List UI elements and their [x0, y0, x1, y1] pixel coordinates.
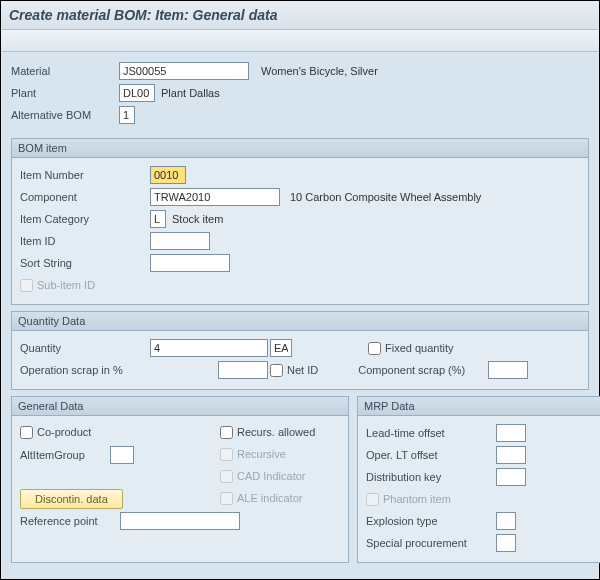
subitem-id-checkbox: Sub-item ID — [20, 279, 95, 292]
header-block: Material Women's Bicycle, Silver Plant P… — [1, 52, 599, 132]
op-scrap-field[interactable] — [218, 361, 268, 379]
recurs-allowed-label: Recurs. allowed — [237, 426, 315, 438]
comp-scrap-label: Component scrap (%) — [358, 364, 488, 376]
quantity-field[interactable] — [150, 339, 268, 357]
quantity-group: Quantity Data Quantity Fixed quantity Op… — [11, 311, 589, 390]
special-procurement-field[interactable] — [496, 534, 516, 552]
explosion-type-field[interactable] — [496, 512, 516, 530]
toolbar — [1, 30, 599, 52]
discontin-data-button[interactable]: Discontin. data — [20, 489, 123, 509]
recursive-label: Recursive — [237, 448, 286, 460]
item-category-desc: Stock item — [172, 213, 223, 225]
reference-point-field[interactable] — [120, 512, 240, 530]
altitemgroup-label: AltItemGroup — [20, 449, 85, 461]
quantity-label: Quantity — [20, 342, 150, 354]
material-label: Material — [11, 65, 119, 77]
reference-point-label: Reference point — [20, 515, 120, 527]
recursive-checkbox: Recursive — [220, 448, 286, 461]
item-category-field[interactable] — [150, 210, 166, 228]
plant-label: Plant — [11, 87, 119, 99]
net-id-checkbox[interactable]: Net ID — [270, 364, 318, 377]
recurs-allowed-checkbox[interactable]: Recurs. allowed — [220, 426, 315, 439]
item-id-field[interactable] — [150, 232, 210, 250]
net-id-label: Net ID — [287, 364, 318, 376]
oper-lt-offset-label: Oper. LT offset — [366, 449, 496, 461]
recurs-allowed-box[interactable] — [220, 426, 233, 439]
coproduct-box[interactable] — [20, 426, 33, 439]
component-desc: 10 Carbon Composite Wheel Assembly — [290, 191, 481, 203]
fixed-quantity-checkbox[interactable]: Fixed quantity — [368, 342, 453, 355]
bom-item-group: BOM item Item Number Component 10 Carbon… — [11, 138, 589, 305]
altitemgroup-field[interactable] — [110, 446, 134, 464]
comp-scrap-field[interactable] — [488, 361, 528, 379]
quantity-title: Quantity Data — [12, 312, 588, 331]
item-category-label: Item Category — [20, 213, 150, 225]
fixed-quantity-box[interactable] — [368, 342, 381, 355]
item-number-field[interactable] — [150, 166, 186, 184]
page-title: Create material BOM: Item: General data — [1, 1, 599, 30]
ale-indicator-box — [220, 492, 233, 505]
subitem-id-box — [20, 279, 33, 292]
ale-indicator-checkbox: ALE indicator — [220, 492, 302, 505]
component-label: Component — [20, 191, 150, 203]
cad-indicator-label: CAD Indicator — [237, 470, 305, 482]
distribution-key-label: Distribution key — [366, 471, 496, 483]
ale-indicator-label: ALE indicator — [237, 492, 302, 504]
general-data-group: General Data Co-product Recurs. allowed — [11, 396, 349, 563]
component-field[interactable] — [150, 188, 280, 206]
explosion-type-label: Explosion type — [366, 515, 496, 527]
altbom-field[interactable] — [119, 106, 135, 124]
mrp-data-title: MRP Data — [358, 397, 600, 416]
material-desc: Women's Bicycle, Silver — [261, 65, 378, 77]
altbom-label: Alternative BOM — [11, 109, 119, 121]
window: Create material BOM: Item: General data … — [0, 0, 600, 580]
fixed-quantity-label: Fixed quantity — [385, 342, 453, 354]
general-data-title: General Data — [12, 397, 348, 416]
distribution-key-field[interactable] — [496, 468, 526, 486]
material-field[interactable] — [119, 62, 249, 80]
item-id-label: Item ID — [20, 235, 150, 247]
special-procurement-label: Special procurement — [366, 537, 496, 549]
phantom-item-label: Phantom item — [383, 493, 451, 505]
recursive-box — [220, 448, 233, 461]
coproduct-label: Co-product — [37, 426, 91, 438]
mrp-data-group: MRP Data Lead-time offset Oper. LT offse… — [357, 396, 600, 563]
oper-lt-offset-field[interactable] — [496, 446, 526, 464]
cad-indicator-checkbox: CAD Indicator — [220, 470, 305, 483]
sort-string-field[interactable] — [150, 254, 230, 272]
bom-item-title: BOM item — [12, 139, 588, 158]
coproduct-checkbox[interactable]: Co-product — [20, 426, 91, 439]
leadtime-offset-field[interactable] — [496, 424, 526, 442]
net-id-box[interactable] — [270, 364, 283, 377]
quantity-uom-field[interactable] — [270, 339, 292, 357]
op-scrap-label: Operation scrap in % — [20, 364, 150, 376]
cad-indicator-box — [220, 470, 233, 483]
sort-string-label: Sort String — [20, 257, 150, 269]
item-number-label: Item Number — [20, 169, 150, 181]
subitem-id-label: Sub-item ID — [37, 279, 95, 291]
plant-field[interactable] — [119, 84, 155, 102]
phantom-item-box — [366, 493, 379, 506]
leadtime-offset-label: Lead-time offset — [366, 427, 496, 439]
plant-desc: Plant Dallas — [161, 87, 220, 99]
phantom-item-checkbox: Phantom item — [366, 493, 451, 506]
